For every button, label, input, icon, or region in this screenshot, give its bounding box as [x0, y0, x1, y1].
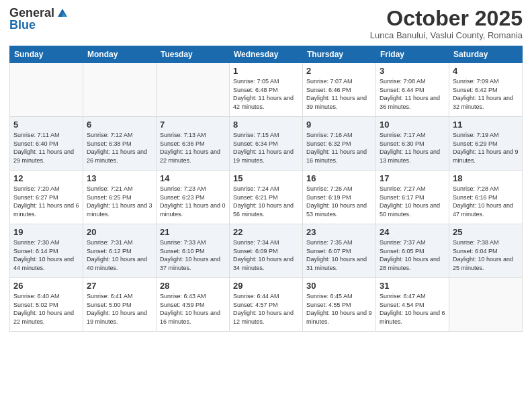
day-info: Sunrise: 7:19 AMSunset: 6:29 PMDaylight:…	[453, 131, 519, 165]
day-number: 14	[160, 173, 226, 183]
day-info: Sunrise: 6:41 AMSunset: 5:00 PMDaylight:…	[87, 292, 152, 326]
day-info: Sunrise: 7:16 AMSunset: 6:32 PMDaylight:…	[306, 131, 372, 165]
day-info: Sunrise: 7:31 AMSunset: 6:12 PMDaylight:…	[87, 238, 152, 272]
day-info: Sunrise: 6:40 AMSunset: 5:02 PMDaylight:…	[13, 292, 79, 326]
day-number: 10	[380, 120, 445, 130]
day-number: 4	[453, 66, 519, 76]
day-info: Sunrise: 7:24 AMSunset: 6:21 PMDaylight:…	[233, 185, 299, 218]
day-info: Sunrise: 7:20 AMSunset: 6:27 PMDaylight:…	[13, 185, 79, 218]
day-info: Sunrise: 7:05 AMSunset: 6:48 PMDaylight:…	[233, 77, 299, 111]
logo-icon	[56, 7, 69, 19]
weekday-header: Wednesday	[230, 46, 303, 63]
calendar-day-cell: 18Sunrise: 7:28 AMSunset: 6:16 PMDayligh…	[449, 171, 523, 224]
weekday-header-row: SundayMondayTuesdayWednesdayThursdayFrid…	[10, 46, 523, 63]
day-info: Sunrise: 7:15 AMSunset: 6:34 PMDaylight:…	[233, 131, 299, 165]
day-number: 22	[233, 227, 299, 237]
weekday-header: Friday	[376, 46, 449, 63]
calendar-day-cell: 16Sunrise: 7:26 AMSunset: 6:19 PMDayligh…	[303, 171, 376, 224]
day-number: 8	[233, 120, 299, 130]
calendar-day-cell: 9Sunrise: 7:16 AMSunset: 6:32 PMDaylight…	[303, 117, 376, 171]
calendar-week-row: 12Sunrise: 7:20 AMSunset: 6:27 PMDayligh…	[10, 171, 523, 224]
day-number: 15	[233, 173, 299, 183]
day-info: Sunrise: 6:45 AMSunset: 4:55 PMDaylight:…	[306, 292, 372, 326]
day-number: 9	[306, 120, 372, 130]
calendar-day-cell: 29Sunrise: 6:44 AMSunset: 4:57 PMDayligh…	[230, 278, 303, 332]
calendar-week-row: 26Sunrise: 6:40 AMSunset: 5:02 PMDayligh…	[10, 278, 523, 332]
calendar-day-cell: 15Sunrise: 7:24 AMSunset: 6:21 PMDayligh…	[230, 171, 303, 224]
day-info: Sunrise: 7:33 AMSunset: 6:10 PMDaylight:…	[160, 238, 226, 272]
day-info: Sunrise: 6:43 AMSunset: 4:59 PMDaylight:…	[160, 292, 226, 326]
day-number: 25	[453, 227, 519, 237]
logo: General Blue	[9, 7, 69, 32]
day-info: Sunrise: 7:38 AMSunset: 6:04 PMDaylight:…	[453, 238, 519, 272]
day-info: Sunrise: 7:28 AMSunset: 6:16 PMDaylight:…	[453, 185, 519, 218]
day-info: Sunrise: 7:35 AMSunset: 6:07 PMDaylight:…	[306, 238, 372, 272]
calendar-day-cell	[157, 63, 230, 117]
day-number: 7	[160, 120, 226, 130]
calendar-day-cell: 11Sunrise: 7:19 AMSunset: 6:29 PMDayligh…	[449, 117, 523, 171]
day-number: 20	[87, 227, 152, 237]
day-number: 1	[233, 66, 299, 76]
calendar-day-cell: 25Sunrise: 7:38 AMSunset: 6:04 PMDayligh…	[449, 224, 523, 278]
weekday-header: Sunday	[10, 46, 83, 63]
calendar-day-cell: 20Sunrise: 7:31 AMSunset: 6:12 PMDayligh…	[83, 224, 157, 278]
calendar-day-cell: 13Sunrise: 7:21 AMSunset: 6:25 PMDayligh…	[83, 171, 157, 224]
calendar-day-cell: 7Sunrise: 7:13 AMSunset: 6:36 PMDaylight…	[157, 117, 230, 171]
day-number: 30	[306, 281, 372, 291]
calendar-day-cell: 10Sunrise: 7:17 AMSunset: 6:30 PMDayligh…	[376, 117, 449, 171]
location: Lunca Banului, Vaslui County, Romania	[370, 30, 523, 40]
day-info: Sunrise: 6:44 AMSunset: 4:57 PMDaylight:…	[233, 292, 299, 326]
day-number: 5	[13, 120, 79, 130]
day-number: 2	[306, 66, 372, 76]
day-number: 28	[160, 281, 226, 291]
day-info: Sunrise: 7:09 AMSunset: 6:42 PMDaylight:…	[453, 77, 519, 111]
day-number: 21	[160, 227, 226, 237]
day-number: 24	[380, 227, 445, 237]
calendar-day-cell: 23Sunrise: 7:35 AMSunset: 6:07 PMDayligh…	[303, 224, 376, 278]
calendar: SundayMondayTuesdayWednesdayThursdayFrid…	[9, 46, 523, 332]
day-info: Sunrise: 7:13 AMSunset: 6:36 PMDaylight:…	[160, 131, 226, 165]
day-number: 3	[380, 66, 445, 76]
day-info: Sunrise: 7:08 AMSunset: 6:44 PMDaylight:…	[380, 77, 445, 111]
day-info: Sunrise: 7:12 AMSunset: 6:38 PMDaylight:…	[87, 131, 152, 165]
calendar-day-cell: 17Sunrise: 7:27 AMSunset: 6:17 PMDayligh…	[376, 171, 449, 224]
day-number: 12	[13, 173, 79, 183]
calendar-day-cell	[10, 63, 83, 117]
day-info: Sunrise: 7:34 AMSunset: 6:09 PMDaylight:…	[233, 238, 299, 272]
header: General Blue October 2025 Lunca Banului,…	[9, 7, 523, 40]
day-number: 27	[87, 281, 152, 291]
day-info: Sunrise: 7:26 AMSunset: 6:19 PMDaylight:…	[306, 185, 372, 218]
calendar-day-cell: 30Sunrise: 6:45 AMSunset: 4:55 PMDayligh…	[303, 278, 376, 332]
day-info: Sunrise: 7:30 AMSunset: 6:14 PMDaylight:…	[13, 238, 79, 272]
calendar-day-cell: 5Sunrise: 7:11 AMSunset: 6:40 PMDaylight…	[10, 117, 83, 171]
day-info: Sunrise: 7:27 AMSunset: 6:17 PMDaylight:…	[380, 185, 445, 218]
weekday-header: Thursday	[303, 46, 376, 63]
day-info: Sunrise: 7:23 AMSunset: 6:23 PMDaylight:…	[160, 185, 226, 218]
calendar-day-cell: 26Sunrise: 6:40 AMSunset: 5:02 PMDayligh…	[10, 278, 83, 332]
day-number: 17	[380, 173, 445, 183]
header-right: October 2025 Lunca Banului, Vaslui Count…	[370, 7, 523, 40]
logo-blue: Blue	[9, 19, 36, 32]
day-info: Sunrise: 6:47 AMSunset: 4:54 PMDaylight:…	[380, 292, 445, 326]
calendar-day-cell: 6Sunrise: 7:12 AMSunset: 6:38 PMDaylight…	[83, 117, 157, 171]
day-info: Sunrise: 7:37 AMSunset: 6:05 PMDaylight:…	[380, 238, 445, 272]
day-number: 13	[87, 173, 152, 183]
calendar-day-cell	[449, 278, 523, 332]
calendar-day-cell: 2Sunrise: 7:07 AMSunset: 6:46 PMDaylight…	[303, 63, 376, 117]
calendar-day-cell: 21Sunrise: 7:33 AMSunset: 6:10 PMDayligh…	[157, 224, 230, 278]
calendar-day-cell: 12Sunrise: 7:20 AMSunset: 6:27 PMDayligh…	[10, 171, 83, 224]
weekday-header: Saturday	[449, 46, 523, 63]
calendar-day-cell: 24Sunrise: 7:37 AMSunset: 6:05 PMDayligh…	[376, 224, 449, 278]
calendar-day-cell: 3Sunrise: 7:08 AMSunset: 6:44 PMDaylight…	[376, 63, 449, 117]
day-info: Sunrise: 7:11 AMSunset: 6:40 PMDaylight:…	[13, 131, 79, 165]
calendar-day-cell: 28Sunrise: 6:43 AMSunset: 4:59 PMDayligh…	[157, 278, 230, 332]
calendar-week-row: 1Sunrise: 7:05 AMSunset: 6:48 PMDaylight…	[10, 63, 523, 117]
calendar-week-row: 5Sunrise: 7:11 AMSunset: 6:40 PMDaylight…	[10, 117, 523, 171]
day-info: Sunrise: 7:07 AMSunset: 6:46 PMDaylight:…	[306, 77, 372, 111]
calendar-day-cell: 22Sunrise: 7:34 AMSunset: 6:09 PMDayligh…	[230, 224, 303, 278]
day-number: 11	[453, 120, 519, 130]
calendar-day-cell: 31Sunrise: 6:47 AMSunset: 4:54 PMDayligh…	[376, 278, 449, 332]
calendar-day-cell: 1Sunrise: 7:05 AMSunset: 6:48 PMDaylight…	[230, 63, 303, 117]
day-number: 18	[453, 173, 519, 183]
day-number: 31	[380, 281, 445, 291]
